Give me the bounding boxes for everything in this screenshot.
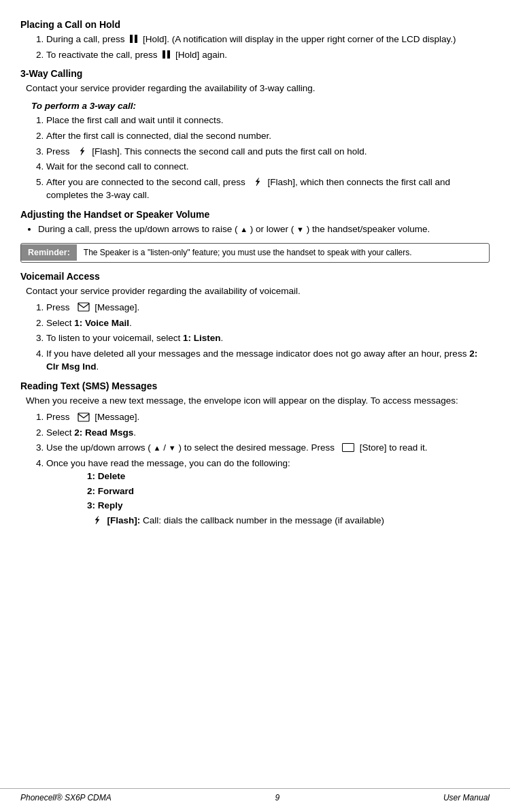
flash-icon-3 (92, 515, 105, 525)
reading-sms-intro: When you receive a new text message, the… (26, 394, 490, 408)
reminder-box: Reminder: The Speaker is a "listen-only"… (20, 243, 490, 263)
volume-bullet: During a call, press the up/down arrows … (38, 223, 490, 236)
message-icon-1 (78, 302, 92, 312)
svg-rect-2 (163, 50, 165, 59)
reading-sms-section: Reading Text (SMS) Messages When you rec… (20, 380, 490, 527)
adjusting-volume-title: Adjusting the Handset or Speaker Volume (20, 209, 490, 220)
hold-step-1: During a call, press [Hold]. (A notifica… (46, 33, 490, 46)
voicemail-access-section: Voicemail Access Contact your service pr… (20, 271, 490, 374)
three-way-step-4: Wait for the second call to connect. (46, 160, 490, 174)
hold-step-2: To reactivate the call, press [Hold] aga… (46, 48, 490, 62)
sms-step-2: Select 2: Read Msgs. (46, 426, 490, 440)
sms-option-2: 2: Forward (87, 485, 490, 498)
voicemail-step-1: Press [Message]. (46, 301, 490, 314)
arrow-up-icon-1 (240, 224, 248, 234)
footer-center: 9 (275, 793, 280, 802)
arrow-down-icon-1 (296, 224, 304, 234)
sms-step-1: Press [Message]. (46, 410, 490, 424)
voicemail-step-4: If you have deleted all your messages an… (46, 347, 490, 374)
three-way-subsection: To perform a 3-way call: (31, 101, 490, 111)
placing-call-on-hold-title: Placing a Call on Hold (20, 19, 490, 30)
reminder-text: The Speaker is a "listen-only" feature; … (77, 244, 419, 262)
voicemail-step-3: To listen to your voicemail, select 1: L… (46, 331, 490, 345)
three-way-calling-title: 3-Way Calling (20, 68, 490, 79)
sms-step-3: Use the up/down arrows ( / ) to select t… (46, 441, 490, 455)
pause-icon-2 (162, 50, 173, 60)
sms-option-1: 1: Delete (87, 470, 490, 483)
voicemail-step-2: Select 1: Voice Mail. (46, 316, 490, 330)
three-way-step-5: After you are connected to the second ca… (46, 176, 490, 202)
store-icon (342, 443, 354, 452)
page-footer: Phonecell® SX6P CDMA 9 User Manual (0, 788, 510, 802)
reading-sms-title: Reading Text (SMS) Messages (20, 380, 490, 391)
voicemail-intro: Contact your service provider regarding … (26, 285, 490, 298)
svg-rect-3 (167, 50, 170, 59)
adjusting-volume-section: Adjusting the Handset or Speaker Volume … (20, 209, 490, 263)
sms-option-3: 3: Reply (87, 499, 490, 513)
footer-left: Phonecell® SX6P CDMA (20, 793, 112, 802)
svg-rect-5 (78, 413, 89, 421)
flash-icon-2 (253, 177, 265, 187)
sms-flash-note: [Flash]: Call: dials the callback number… (92, 514, 490, 527)
three-way-intro: Contact your service provider regarding … (26, 82, 490, 95)
three-way-calling-section: 3-Way Calling Contact your service provi… (20, 68, 490, 202)
footer-right: User Manual (443, 793, 490, 802)
message-icon-2 (78, 412, 92, 422)
pause-icon-1 (129, 34, 141, 44)
svg-rect-1 (135, 35, 137, 43)
sms-step-4: Once you have read the message, you can … (46, 457, 490, 527)
reminder-label: Reminder: (21, 244, 77, 261)
svg-rect-0 (130, 35, 133, 43)
voicemail-access-title: Voicemail Access (20, 271, 490, 282)
placing-call-on-hold-section: Placing a Call on Hold During a call, pr… (20, 19, 490, 61)
arrow-up-icon-2 (154, 442, 161, 453)
svg-rect-4 (78, 303, 89, 311)
three-way-step-2: After the first call is connected, dial … (46, 129, 490, 143)
three-way-step-1: Place the first call and wait until it c… (46, 114, 490, 127)
three-way-step-3: Press [Flash]. This connects the second … (46, 145, 490, 159)
flash-icon-1 (78, 146, 90, 157)
arrow-down-icon-2 (169, 442, 176, 453)
